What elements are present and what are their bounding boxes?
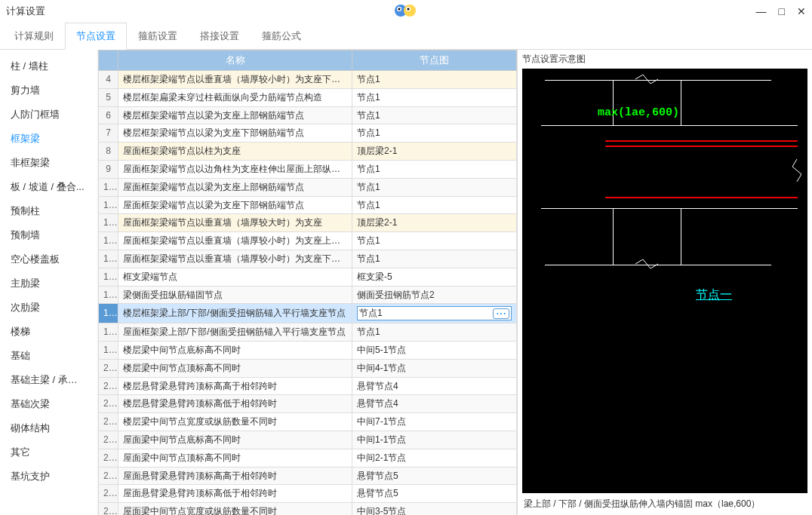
table-row[interactable]: 15框支梁端节点框支梁-5 (99, 268, 517, 286)
row-name[interactable]: 楼层框架梁端节点以梁为支座下部钢筋端节点 (118, 124, 352, 143)
sidebar-item-7[interactable]: 预制墙 (0, 223, 97, 247)
row-name[interactable]: 楼层框架梁端节点以垂直墙（墙厚较小时）为支座下部... (118, 71, 352, 89)
table-row[interactable]: 6楼层框架梁端节点以梁为支座上部钢筋端节点节点1 (99, 106, 517, 124)
row-name[interactable]: 楼层悬臂梁悬臂跨顶标高高于相邻跨时 (118, 377, 352, 395)
row-name[interactable]: 框支梁端节点 (118, 268, 352, 286)
table-row[interactable]: 20楼层梁中间节点顶标高不同时中间4-1节点 (99, 359, 517, 377)
tab-2[interactable]: 箍筋设置 (127, 23, 189, 49)
row-node[interactable]: 节点1 (352, 232, 517, 250)
tab-3[interactable]: 搭接设置 (189, 23, 251, 49)
row-name[interactable]: 屋面框架梁上部/下部/侧面受扭钢筋锚入平行墙支座节点 (118, 323, 352, 342)
table-row[interactable]: 8屋面框架梁端节点以柱为支座顶层梁2-1 (99, 143, 517, 161)
row-node[interactable]: 悬臂节点5 (352, 467, 517, 485)
table-row[interactable]: 13屋面框架梁端节点以垂直墙（墙厚较小时）为支座上部...节点1 (99, 232, 517, 250)
row-name[interactable]: 楼层框架梁上部/下部/侧面受扭钢筋锚入平行墙支座节点 (118, 304, 352, 323)
row-node[interactable]: 节点1 (352, 250, 517, 268)
tab-1[interactable]: 节点设置 (65, 23, 127, 50)
sidebar-item-4[interactable]: 非框架梁 (0, 151, 97, 175)
row-node[interactable]: 节点1 (352, 178, 517, 196)
row-name[interactable]: 屋面框架梁端节点以梁为支座下部钢筋端节点 (118, 196, 352, 214)
row-name[interactable]: 楼层梁中间节点底标高不同时 (118, 341, 352, 359)
row-node[interactable]: 中间7-1节点 (352, 413, 517, 431)
row-node[interactable]: 节点1 (352, 323, 517, 342)
table-row[interactable]: 24屋面梁中间节点底标高不同时中间1-1节点 (99, 431, 517, 449)
tab-0[interactable]: 计算规则 (3, 23, 65, 49)
table-row[interactable]: 28屋面梁中间节点宽度或纵筋数量不同时中间3-5节点 (99, 503, 517, 515)
row-name[interactable]: 屋面框架梁端节点以垂直墙（墙厚较大时）为支座 (118, 214, 352, 232)
row-name[interactable]: 屋面梁中间节点顶标高不同时 (118, 449, 352, 467)
table-row[interactable]: 10屋面框架梁端节点以梁为支座上部钢筋端节点节点1 (99, 178, 517, 196)
table-row[interactable]: 21楼层悬臂梁悬臂跨顶标高高于相邻跨时悬臂节点4 (99, 377, 517, 395)
row-node[interactable]: 节点1 (352, 88, 517, 106)
row-name[interactable]: 屋面框架梁端节点以边角柱为支座柱伸出屋面上部纵筋... (118, 160, 352, 178)
row-node[interactable]: 顶层梁2-1 (352, 214, 517, 232)
row-name[interactable]: 楼层悬臂梁悬臂跨顶标高低于相邻跨时 (118, 395, 352, 413)
row-node[interactable]: 侧面受扭钢筋节点2 (352, 286, 517, 304)
row-name[interactable]: 楼层框架扁梁未穿过柱截面纵向受力筋端节点构造 (118, 88, 352, 106)
table-row[interactable]: 4楼层框架梁端节点以垂直墙（墙厚较小时）为支座下部...节点1 (99, 71, 517, 89)
table-wrap[interactable]: 名称 节点图 4楼层框架梁端节点以垂直墙（墙厚较小时）为支座下部...节点15楼… (98, 50, 518, 515)
row-name[interactable]: 屋面梁中间节点宽度或纵筋数量不同时 (118, 503, 352, 515)
row-node[interactable]: 中间4-1节点 (352, 359, 517, 377)
minimize-button[interactable]: — (756, 5, 767, 17)
row-node[interactable]: 中间1-1节点 (352, 431, 517, 449)
row-name[interactable]: 屋面框架梁端节点以垂直墙（墙厚较小时）为支座上部... (118, 232, 352, 250)
close-button[interactable]: ✕ (797, 5, 806, 17)
table-row[interactable]: 5楼层框架扁梁未穿过柱截面纵向受力筋端节点构造节点1 (99, 88, 517, 106)
row-node[interactable]: 节点1 (352, 71, 517, 89)
row-node[interactable]: 中间3-5节点 (352, 503, 517, 515)
table-row[interactable]: 27屋面悬臂梁悬臂跨顶标高低于相邻跨时悬臂节点5 (99, 485, 517, 503)
row-name[interactable]: 楼层梁中间节点宽度或纵筋数量不同时 (118, 413, 352, 431)
row-node[interactable]: 中间5-1节点 (352, 341, 517, 359)
sidebar-item-14[interactable]: 基础次梁 (0, 392, 97, 416)
row-name[interactable]: 屋面悬臂梁悬臂跨顶标高低于相邻跨时 (118, 485, 352, 503)
maximize-button[interactable]: □ (779, 5, 785, 17)
table-row[interactable]: 19楼层梁中间节点底标高不同时中间5-1节点 (99, 341, 517, 359)
row-node[interactable]: 节点1 (352, 124, 517, 143)
sidebar-item-3[interactable]: 框架梁 (0, 127, 97, 151)
sidebar-item-13[interactable]: 基础主梁 / 承台梁 (0, 368, 97, 392)
table-row[interactable]: 16梁侧面受扭纵筋锚固节点侧面受扭钢筋节点2 (99, 286, 517, 304)
sidebar-item-11[interactable]: 楼梯 (0, 320, 97, 344)
table-row[interactable]: 17楼层框架梁上部/下部/侧面受扭钢筋锚入平行墙支座节点节点1⋯ (99, 304, 517, 323)
row-name[interactable]: 屋面框架梁端节点以梁为支座上部钢筋端节点 (118, 178, 352, 196)
table-row[interactable]: 7楼层框架梁端节点以梁为支座下部钢筋端节点节点1 (99, 124, 517, 143)
row-node[interactable]: 框支梁-5 (352, 268, 517, 286)
row-node[interactable]: 中间2-1节点 (352, 449, 517, 467)
table-row[interactable]: 11屋面框架梁端节点以梁为支座下部钢筋端节点节点1 (99, 196, 517, 214)
row-node[interactable]: 悬臂节点4 (352, 395, 517, 413)
tab-4[interactable]: 箍筋公式 (251, 23, 312, 49)
table-row[interactable]: 22楼层悬臂梁悬臂跨顶标高低于相邻跨时悬臂节点4 (99, 395, 517, 413)
row-name[interactable]: 屋面梁中间节点底标高不同时 (118, 431, 352, 449)
table-row[interactable]: 9屋面框架梁端节点以边角柱为支座柱伸出屋面上部纵筋...节点1 (99, 160, 517, 178)
sidebar-item-5[interactable]: 板 / 坡道 / 叠合... (0, 175, 97, 199)
sidebar-item-17[interactable]: 基坑支护 (0, 464, 97, 489)
table-row[interactable]: 18屋面框架梁上部/下部/侧面受扭钢筋锚入平行墙支座节点节点1 (99, 323, 517, 342)
sidebar-item-12[interactable]: 基础 (0, 344, 97, 368)
sidebar-item-2[interactable]: 人防门框墙 (0, 103, 97, 127)
sidebar-item-9[interactable]: 主肋梁 (0, 271, 97, 296)
row-name[interactable]: 楼层框架梁端节点以梁为支座上部钢筋端节点 (118, 106, 352, 124)
table-row[interactable]: 25屋面梁中间节点顶标高不同时中间2-1节点 (99, 449, 517, 467)
table-row[interactable]: 26屋面悬臂梁悬臂跨顶标高高于相邻跨时悬臂节点5 (99, 467, 517, 485)
sidebar-item-15[interactable]: 砌体结构 (0, 416, 97, 440)
row-name[interactable]: 梁侧面受扭纵筋锚固节点 (118, 286, 352, 304)
sidebar-item-10[interactable]: 次肋梁 (0, 296, 97, 320)
row-name[interactable]: 屋面悬臂梁悬臂跨顶标高高于相邻跨时 (118, 467, 352, 485)
sidebar-item-16[interactable]: 其它 (0, 440, 97, 464)
row-name[interactable]: 屋面框架梁端节点以柱为支座 (118, 143, 352, 161)
row-node[interactable]: 节点1 (352, 106, 517, 124)
row-node[interactable]: 顶层梁2-1 (352, 143, 517, 161)
row-node[interactable]: 悬臂节点4 (352, 377, 517, 395)
sidebar-item-8[interactable]: 空心楼盖板 (0, 247, 97, 271)
sidebar-item-0[interactable]: 柱 / 墙柱 (0, 54, 97, 78)
sidebar-item-6[interactable]: 预制柱 (0, 199, 97, 223)
row-node[interactable]: 节点1 (352, 196, 517, 214)
row-node[interactable]: 节点1 (352, 160, 517, 178)
row-node[interactable]: 节点1⋯ (352, 304, 517, 323)
table-row[interactable]: 12屋面框架梁端节点以垂直墙（墙厚较大时）为支座顶层梁2-1 (99, 214, 517, 232)
row-name[interactable]: 屋面框架梁端节点以垂直墙（墙厚较小时）为支座下部... (118, 250, 352, 268)
cell-browse-button[interactable]: ⋯ (493, 308, 509, 319)
table-row[interactable]: 14屋面框架梁端节点以垂直墙（墙厚较小时）为支座下部...节点1 (99, 250, 517, 268)
sidebar-item-1[interactable]: 剪力墙 (0, 78, 97, 103)
